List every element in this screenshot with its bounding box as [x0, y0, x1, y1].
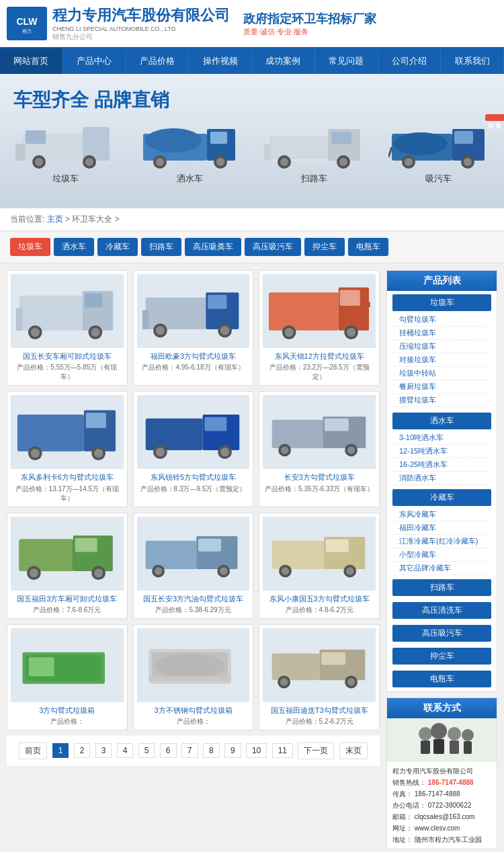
- pagination-last[interactable]: 末页: [339, 742, 368, 759]
- nav-item-about[interactable]: 公司介绍: [378, 48, 442, 74]
- svg-point-88: [30, 568, 38, 577]
- sidebar-sashui-link-3[interactable]: 16-25吨洒水车: [392, 458, 491, 472]
- sidebar-contact-title: 联系方式: [387, 698, 497, 718]
- product-name-8: 国五长安3方汽油勾臂式垃圾车: [137, 594, 250, 603]
- filter-btn-electric[interactable]: 电瓶车: [348, 238, 388, 256]
- nav-item-products[interactable]: 产品中心: [63, 48, 126, 74]
- nav-item-faq[interactable]: 常见问题: [315, 48, 378, 74]
- product-name-9: 东风小康国五3方勾臂式垃圾车: [263, 594, 376, 603]
- product-name-3: 东风天锦12方拉臂式垃圾车: [263, 351, 376, 361]
- sidebar-lengcang-btn[interactable]: 冷藏车: [392, 489, 491, 506]
- nav-item-price[interactable]: 产品价格: [126, 48, 190, 74]
- svg-rect-61: [17, 415, 84, 452]
- pagination-next[interactable]: 下一页: [298, 742, 334, 759]
- sidebar-lengcang-link-5[interactable]: 其它品牌冷藏车: [392, 562, 491, 575]
- pagination-page-6[interactable]: 6: [160, 743, 177, 758]
- svg-point-95: [155, 567, 162, 574]
- product-card-8[interactable]: 国五长安3方汽油勾臂式垃圾车 产品价格：5.38-6.29万元: [133, 513, 254, 619]
- product-card-2[interactable]: 福田欧豪3方勾臂式垃圾车 产品价格：4.95-6.18万（有现车）: [133, 270, 254, 386]
- svg-point-57: [284, 328, 293, 337]
- svg-point-42: [31, 328, 40, 337]
- sidebar-lengcang-link-1[interactable]: 东风冷藏车: [392, 508, 491, 521]
- product-price-4: 产品价格：13.17万—14.5万（有现车）: [11, 484, 124, 503]
- product-card-1[interactable]: 国五长安车厢可卸式垃圾车 产品价格：5.55万—5.85万（有现车）: [7, 270, 128, 386]
- sidebar-gaoyawu-btn[interactable]: 高压吸污车: [392, 625, 491, 642]
- pagination-page-1[interactable]: 1: [52, 743, 69, 758]
- filter-btn-highpressure-suction[interactable]: 高压吸污车: [245, 238, 301, 256]
- svg-rect-91: [146, 541, 196, 569]
- sidebar-gaoya-btn[interactable]: 高压清洗车: [392, 602, 491, 619]
- pagination-page-2[interactable]: 2: [74, 743, 91, 758]
- sidebar-product-list-title: 产品列表: [387, 271, 497, 291]
- pagination-page-9[interactable]: 9: [224, 743, 241, 758]
- pagination-prev[interactable]: 前页: [19, 742, 47, 759]
- product-img-10: [11, 628, 124, 702]
- sidebar-sashui-link-4[interactable]: 消防洒水车: [392, 472, 491, 485]
- main-content: 国五长安车厢可卸式垃圾车 产品价格：5.55万—5.85万（有现车） 福田欧豪3…: [0, 263, 504, 852]
- pagination-page-11[interactable]: 11: [272, 743, 293, 758]
- sidebar-laji-link-7[interactable]: 摆臂垃圾车: [392, 394, 491, 407]
- filter-btn-cold[interactable]: 冷藏车: [97, 238, 138, 256]
- sidebar-yichen-btn[interactable]: 抑尘车: [392, 648, 491, 665]
- svg-rect-93: [198, 539, 221, 552]
- sidebar-saolu-btn[interactable]: 扫路车: [392, 579, 491, 596]
- svg-point-72: [156, 448, 165, 456]
- sidebar-laji-link-2[interactable]: 挂桶垃圾车: [392, 327, 491, 340]
- banner-truck-2: 洒水车: [140, 110, 241, 185]
- svg-point-59: [347, 328, 355, 337]
- sidebar-laji-link-5[interactable]: 垃圾中转站: [392, 367, 491, 380]
- sidebar-laji-link-4[interactable]: 对接垃圾车: [392, 353, 491, 367]
- contact-address: 地址： 随州市程力汽车工业园: [392, 834, 491, 845]
- free-consult-badge[interactable]: 免费咨询: [485, 114, 504, 121]
- sidebar-laji-link-3[interactable]: 压缩垃圾车: [392, 340, 491, 353]
- filter-btn-sweep[interactable]: 扫路车: [141, 238, 181, 256]
- contact-phone3: 办公电话： 0722-3800622: [392, 800, 491, 811]
- pagination-page-8[interactable]: 8: [203, 743, 220, 758]
- product-card-12[interactable]: 国五福田迪迭T3勾臂式垃圾车 产品价格：5.2-6.2万元: [259, 624, 380, 730]
- svg-rect-120: [421, 740, 430, 754]
- product-card-7[interactable]: 国五福田3方车厢可卸式垃圾车 产品价格：7.6-8.6万元: [7, 513, 128, 619]
- sidebar-laji-link-1[interactable]: 勾臂垃圾车: [392, 313, 491, 327]
- breadcrumb-home[interactable]: 主页: [47, 214, 63, 224]
- pagination-page-7[interactable]: 7: [181, 743, 198, 758]
- svg-rect-48: [142, 310, 149, 329]
- product-card-9[interactable]: 东风小康国五3方勾臂式垃圾车 产品价格：4.8-6.2万元: [259, 513, 380, 619]
- nav-item-home[interactable]: 网站首页: [0, 48, 63, 74]
- sidebar-sashui-link-2[interactable]: 12-15吨洒水车: [392, 445, 491, 458]
- product-price-11: 产品价格：: [137, 717, 250, 726]
- filter-btn-water[interactable]: 洒水车: [54, 238, 94, 256]
- sidebar-lengcang-link-3[interactable]: 江淮冷藏车(红冷冷藏车): [392, 535, 491, 548]
- sidebar-sashui-link-1[interactable]: 3-10吨洒水车: [392, 431, 491, 445]
- sidebar-sashui-btn[interactable]: 洒水车: [392, 413, 491, 429]
- product-card-10[interactable]: 3方勾臂式垃圾箱 产品价格：: [7, 624, 128, 730]
- svg-rect-111: [149, 677, 231, 682]
- svg-point-9: [85, 158, 93, 166]
- sidebar-lengcang-link-4[interactable]: 小型冷藏车: [392, 548, 491, 562]
- product-card-5[interactable]: 东风锐铃5方勾臂式垃圾车 产品价格：8.3万—9.5万（需预定）: [133, 391, 254, 507]
- sidebar-laji-link-6[interactable]: 餐厨垃圾车: [392, 380, 491, 394]
- product-card-11[interactable]: 3方不锈钢勾臂式垃圾箱 产品价格：: [133, 624, 254, 730]
- sidebar-laji-btn[interactable]: 垃圾车: [392, 294, 491, 311]
- nav-item-contact[interactable]: 联系我们: [441, 48, 504, 74]
- product-card-6[interactable]: 长安3方勾臂式垃圾车 产品价格：5.35万-6.33万（有现车）: [259, 391, 380, 507]
- product-card-4[interactable]: 东风多利卡6方勾臂式垃圾车 产品价格：13.17万—14.5万（有现车）: [7, 391, 128, 507]
- pagination-page-5[interactable]: 5: [138, 743, 155, 758]
- pagination-page-4[interactable]: 4: [117, 743, 134, 758]
- product-card-3[interactable]: 东风天锦12方拉臂式垃圾车 产品价格：23.2万—28.5万（需预定）: [259, 270, 380, 386]
- nav-item-video[interactable]: 操作视频: [189, 48, 252, 74]
- sidebar-product-list: 产品列表 垃圾车 勾臂垃圾车 挂桶垃圾车 压缩垃圾车 对接垃圾车 垃圾中转站 餐…: [386, 270, 497, 692]
- svg-point-18: [216, 158, 224, 166]
- svg-rect-4: [83, 127, 110, 161]
- filter-btn-highpressure-feces[interactable]: 高压吸粪车: [185, 238, 241, 256]
- sidebar-dianbao-btn[interactable]: 电瓶车: [392, 671, 491, 687]
- filter-btn-dust[interactable]: 抑尘车: [304, 238, 345, 256]
- filter-bar: 垃圾车 洒水车 冷藏车 扫路车 高压吸粪车 高压吸污车 抑尘车 电瓶车: [0, 231, 504, 263]
- svg-point-104: [346, 567, 353, 574]
- nav-item-cases[interactable]: 成功案例: [252, 48, 315, 74]
- contact-phone1: 销售热线： 186-7147-4888: [392, 777, 491, 788]
- contact-info: 程力专用汽车股份有限公司 销售热线： 186-7147-4888 传真： 186…: [387, 762, 497, 849]
- pagination-page-3[interactable]: 3: [95, 743, 112, 758]
- filter-btn-garbage[interactable]: 垃圾车: [10, 238, 50, 256]
- sidebar-lengcang-link-2[interactable]: 福田冷藏车: [392, 521, 491, 535]
- pagination-page-10[interactable]: 10: [246, 743, 267, 758]
